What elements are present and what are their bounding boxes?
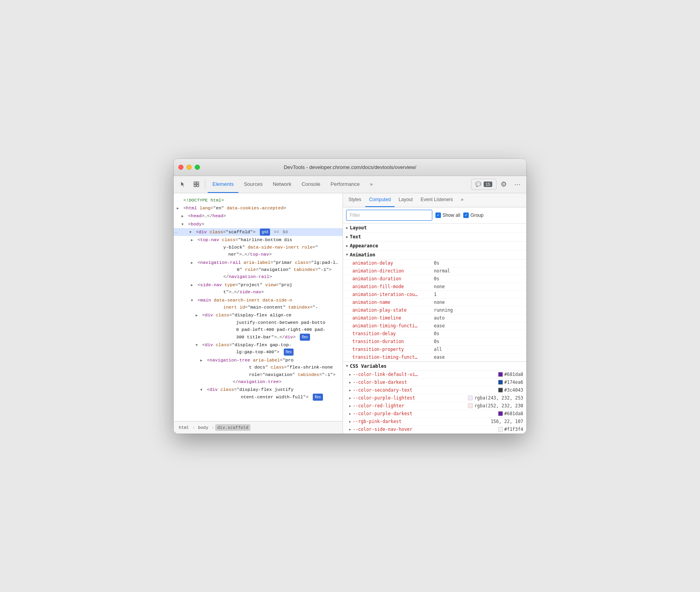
tab-console[interactable]: Console bbox=[297, 176, 325, 193]
devtools-window: DevTools - developer.chrome.com/docs/dev… bbox=[174, 159, 526, 434]
filter-input[interactable] bbox=[346, 210, 432, 221]
svg-rect-2 bbox=[194, 185, 196, 187]
tab-performance[interactable]: Performance bbox=[326, 176, 364, 193]
dom-line-nav-tree[interactable]: ▶ <navigation-tree aria-label="pro t doc… bbox=[174, 356, 343, 386]
tab-elements[interactable]: Elements bbox=[208, 176, 238, 193]
tab-more[interactable]: » bbox=[365, 176, 377, 193]
group-checkbox[interactable]: ✓ bbox=[463, 212, 469, 218]
chat-count: 15 bbox=[484, 182, 492, 187]
chat-badge-button[interactable]: 💬 15 bbox=[471, 179, 497, 190]
prop-animation-delay: animation-delay 0s bbox=[343, 260, 526, 267]
settings-button[interactable]: ⚙ bbox=[497, 178, 510, 191]
var-swatch-7 bbox=[498, 427, 503, 432]
var-color-blue-darkest: ▶ --color-blue-darkest #174ea6 bbox=[343, 379, 526, 387]
var-arrow-1[interactable]: ▶ bbox=[349, 381, 351, 384]
chat-icon: 💬 bbox=[475, 182, 481, 187]
dom-line-title-bar-div[interactable]: ▶ <div class="display-flex align-ce just… bbox=[174, 311, 343, 341]
tab-panel-more[interactable]: » bbox=[457, 193, 468, 207]
checkmark-icon: ✓ bbox=[437, 213, 440, 217]
group-arrow-appearance: ▶ bbox=[346, 244, 348, 248]
prop-animation-fill-mode: animation-fill-mode none bbox=[343, 283, 526, 291]
tab-event-listeners[interactable]: Event Listeners bbox=[417, 193, 457, 207]
var-arrow-5[interactable]: ▶ bbox=[349, 412, 351, 416]
computed-content: ▶ Layout ▶ Text ▶ Appearance ▶ Animation bbox=[343, 223, 526, 434]
breadcrumb-div-scaffold[interactable]: div.scaffold bbox=[215, 424, 250, 431]
var-arrow-7[interactable]: ▶ bbox=[349, 428, 351, 431]
prop-transition-property: transition-property all bbox=[343, 346, 526, 354]
panel-tabs: Styles Computed Layout Event Listeners » bbox=[343, 193, 526, 207]
prop-transition-duration: transition-duration 0s bbox=[343, 338, 526, 346]
var-color-red-lighter: ▶ --color-red-lighter rgba(252, 232, 230 bbox=[343, 402, 526, 410]
group-arrow-css-variables: ▶ bbox=[345, 365, 349, 367]
prop-animation-direction: animation-direction normal bbox=[343, 267, 526, 275]
close-button[interactable] bbox=[178, 165, 183, 170]
minimize-button[interactable] bbox=[187, 165, 192, 170]
var-arrow-6[interactable]: ▶ bbox=[349, 420, 351, 423]
prop-animation-duration: animation-duration 0s bbox=[343, 275, 526, 283]
var-swatch-5 bbox=[498, 411, 503, 416]
maximize-button[interactable] bbox=[195, 165, 200, 170]
devtools-body: <!DOCTYPE html> ▶ <html lang="en" data-c… bbox=[174, 193, 526, 434]
prop-transition-delay: transition-delay 0s bbox=[343, 330, 526, 338]
group-animation[interactable]: ▶ Animation bbox=[343, 251, 526, 260]
svg-rect-0 bbox=[194, 182, 196, 184]
group-appearance[interactable]: ▶ Appearance bbox=[343, 242, 526, 251]
var-color-purple-darkest: ▶ --color-purple-darkest #681da8 bbox=[343, 410, 526, 418]
cursor-icon-button[interactable] bbox=[177, 178, 189, 191]
dom-line-side-nav[interactable]: ▶ <side-nav type="project" view="proj t"… bbox=[174, 281, 343, 296]
dom-line-body[interactable]: ▼ <body> bbox=[174, 220, 343, 228]
tab-layout[interactable]: Layout bbox=[395, 193, 417, 207]
group-checkbox-wrap[interactable]: ✓ Group bbox=[463, 212, 483, 218]
window-title: DevTools - developer.chrome.com/docs/dev… bbox=[284, 164, 416, 170]
group-arrow-layout: ▶ bbox=[346, 226, 348, 230]
dom-line-scaffold[interactable]: … ▼ <div class="scaffold"> grid == $0 bbox=[174, 228, 343, 236]
tab-sources[interactable]: Sources bbox=[239, 176, 267, 193]
group-text[interactable]: ▶ Text bbox=[343, 232, 526, 242]
group-arrow-text: ▶ bbox=[346, 235, 348, 239]
var-color-link-default: ▶ --color-link-default-vi… #681da8 bbox=[343, 371, 526, 379]
breadcrumb-html[interactable]: html bbox=[177, 424, 191, 431]
breadcrumb-sep-2: › bbox=[212, 425, 214, 430]
prop-animation-timing-function: animation-timing-functi… ease bbox=[343, 322, 526, 330]
var-color-side-nav-hover: ▶ --color-side-nav-hover #f1f3f4 bbox=[343, 426, 526, 434]
var-arrow-0[interactable]: ▶ bbox=[349, 373, 351, 376]
svg-rect-3 bbox=[197, 185, 199, 187]
var-swatch-0 bbox=[498, 372, 503, 377]
show-all-checkbox[interactable]: ✓ bbox=[435, 212, 441, 218]
dom-line-top-nav[interactable]: ▶ <top-nav class="hairline-bottom dis y-… bbox=[174, 236, 343, 258]
dom-line-nav-rail[interactable]: ▶ <navigation-rail aria-label="primar cl… bbox=[174, 259, 343, 281]
var-swatch-4 bbox=[468, 403, 473, 408]
var-arrow-4[interactable]: ▶ bbox=[349, 404, 351, 408]
dom-line-width-full-div[interactable]: ▼ <div class="display-flex justify ntent… bbox=[174, 386, 343, 401]
svg-rect-1 bbox=[197, 182, 199, 184]
prop-transition-timing-function: transition-timing-funct… ease bbox=[343, 354, 526, 361]
inspect-icon-button[interactable] bbox=[190, 178, 203, 191]
dom-line-main[interactable]: ▼ <main data-search-inert data-side-n in… bbox=[174, 296, 343, 312]
dom-line-flex-div[interactable]: ▼ <div class="display-flex gap-top- lg:g… bbox=[174, 341, 343, 356]
inspect-icon bbox=[193, 181, 199, 187]
prop-animation-timeline: animation-timeline auto bbox=[343, 314, 526, 322]
prop-animation-name: animation-name none bbox=[343, 299, 526, 307]
var-arrow-2[interactable]: ▶ bbox=[349, 389, 351, 392]
dom-line-head[interactable]: ▶ <head>…</head> bbox=[174, 212, 343, 220]
group-layout[interactable]: ▶ Layout bbox=[343, 223, 526, 232]
var-swatch-3 bbox=[468, 396, 473, 400]
var-swatch-2 bbox=[498, 388, 503, 392]
more-options-button[interactable]: ⋯ bbox=[511, 178, 523, 191]
tab-network[interactable]: Network bbox=[268, 176, 296, 193]
group-css-variables[interactable]: ▶ CSS Variables bbox=[343, 362, 526, 371]
group-arrow-animation: ▶ bbox=[345, 254, 349, 256]
breadcrumb-body[interactable]: body bbox=[196, 424, 210, 431]
var-color-purple-lightest: ▶ --color-purple-lightest rgba(243, 232,… bbox=[343, 394, 526, 402]
dom-line-html[interactable]: ▶ <html lang="en" data-cookies-accepted> bbox=[174, 204, 343, 212]
traffic-lights bbox=[178, 165, 200, 170]
tab-styles[interactable]: Styles bbox=[345, 193, 365, 207]
title-bar: DevTools - developer.chrome.com/docs/dev… bbox=[174, 159, 526, 176]
elements-panel: <!DOCTYPE html> ▶ <html lang="en" data-c… bbox=[174, 193, 343, 434]
var-arrow-3[interactable]: ▶ bbox=[349, 396, 351, 400]
checkmark-icon-2: ✓ bbox=[464, 213, 468, 217]
show-all-checkbox-wrap[interactable]: ✓ Show all bbox=[435, 212, 460, 218]
tab-computed[interactable]: Computed bbox=[365, 193, 395, 207]
dom-tree[interactable]: <!DOCTYPE html> ▶ <html lang="en" data-c… bbox=[174, 193, 343, 421]
prop-animation-play-state: animation-play-state running bbox=[343, 307, 526, 314]
